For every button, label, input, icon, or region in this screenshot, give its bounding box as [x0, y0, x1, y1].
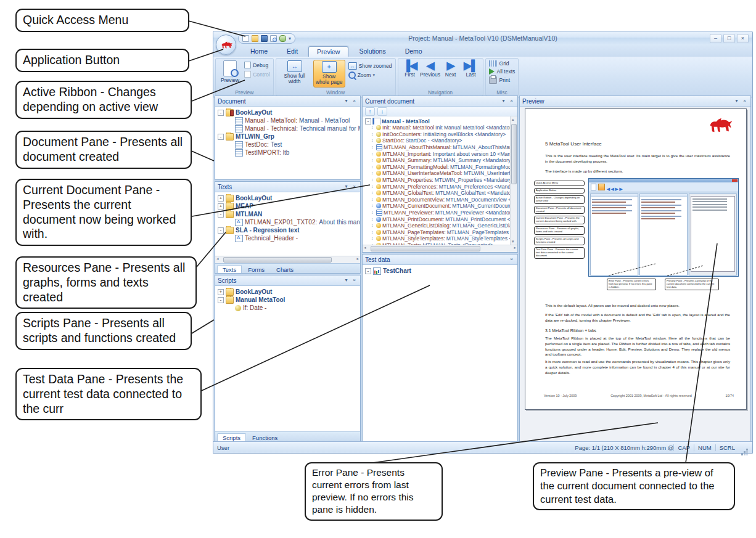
- ribbon-tab[interactable]: Home: [242, 46, 276, 57]
- zoom-button[interactable]: Zoom ▾: [348, 71, 392, 79]
- current-document-pane-header[interactable]: Current document ▾ ×: [363, 96, 517, 107]
- navigation-button[interactable]: ▶▌ Last: [462, 60, 480, 88]
- window-control-button[interactable]: □: [723, 34, 735, 43]
- tree-item[interactable]: Manual - MetaTool: Manual - MetaTool: [215, 116, 360, 124]
- current-document-item[interactable]: MTLMAN_PageTemplates: MTLMAN_PageTemplat…: [363, 229, 511, 236]
- tree-item[interactable]: TestDoc: Test: [215, 141, 360, 149]
- tree-root-item[interactable]: - Manual - MetaTool: [363, 118, 511, 124]
- pane-close-icon[interactable]: ×: [351, 184, 358, 190]
- tree-item[interactable]: - Manual MetaTool: [215, 296, 360, 304]
- navigation-button[interactable]: ▶ Next: [442, 60, 459, 88]
- tree-item[interactable]: - MTLMAN: [215, 210, 360, 218]
- document-pane-header[interactable]: Document ▾ ×: [215, 96, 360, 107]
- show-whole-page-button[interactable]: + Show whole page: [313, 60, 345, 88]
- test-data-pane-header[interactable]: Test data ×: [363, 255, 517, 265]
- current-document-item[interactable]: MTLMAN_Summary: MTLMAN_Summary <Mandator…: [363, 157, 511, 164]
- scrollbar-thumb[interactable]: [371, 246, 480, 251]
- pane-close-icon[interactable]: ×: [351, 277, 358, 283]
- navigation-button[interactable]: ◀ Previous: [422, 60, 439, 88]
- tree-item[interactable]: - MTLWIN_Grp: [215, 132, 360, 141]
- tree-item[interactable]: + BookLayOut: [215, 288, 360, 296]
- ribbon-tab[interactable]: Solutions: [350, 46, 394, 57]
- window-control-button[interactable]: –: [710, 34, 721, 43]
- debug-checkbox[interactable]: [244, 62, 251, 68]
- tree-item[interactable]: Manual - Technical: Technical manual for…: [215, 124, 360, 132]
- expander-icon[interactable]: +: [218, 289, 224, 295]
- resources-tab[interactable]: Texts: [217, 265, 242, 273]
- print-preview-icon[interactable]: [270, 35, 277, 42]
- navigation-button[interactable]: ▐◀ First: [401, 60, 419, 88]
- pane-close-icon[interactable]: ×: [508, 98, 515, 104]
- vertical-scrollbar[interactable]: [510, 116, 517, 245]
- expander-icon[interactable]: -: [218, 227, 224, 234]
- current-document-item[interactable]: MTLMAN_Properties: MTLWIN_Properties <Ma…: [363, 177, 511, 184]
- title-bar[interactable]: ▾ Project: Manual - MetaTool V10 (DSMetM…: [213, 31, 752, 45]
- quick-access-more-icon[interactable]: ▾: [289, 36, 291, 41]
- expander-icon[interactable]: -: [218, 211, 224, 218]
- current-document-item[interactable]: StartDoc: StartDoc - <Mandatory>: [363, 137, 511, 144]
- current-document-item[interactable]: Init: Manual: MetaTool Init Manual MetaT…: [363, 124, 511, 131]
- current-document-item[interactable]: MTLMAN_Important: Important about versio…: [363, 150, 511, 157]
- pane-menu-icon[interactable]: ▾: [733, 98, 740, 104]
- preview-pane-header[interactable]: Preview ▾ ×: [520, 96, 750, 107]
- resources-tab[interactable]: Forms: [242, 265, 270, 273]
- scrollbar-thumb[interactable]: [223, 257, 332, 263]
- scripts-pane-header[interactable]: Scripts ▾ ×: [215, 275, 360, 286]
- tree-item[interactable]: MTLMAN_EXP01_TXT02: About this manual - …: [215, 218, 360, 226]
- expander-icon[interactable]: -: [218, 134, 224, 140]
- current-document-item[interactable]: MTLMAN_Preferences: MTLMAN_Preferences <…: [363, 183, 511, 190]
- scripts-tab[interactable]: Scripts: [217, 433, 246, 441]
- scripts-tab[interactable]: Functions: [247, 433, 283, 441]
- open-icon[interactable]: [252, 35, 258, 42]
- application-button[interactable]: [216, 35, 236, 55]
- resources-tab[interactable]: Charts: [271, 265, 299, 273]
- ribbon-tab[interactable]: Edit: [278, 46, 306, 57]
- pane-close-icon[interactable]: ×: [351, 98, 358, 104]
- move-up-button[interactable]: ↑: [365, 107, 375, 116]
- current-document-item[interactable]: MTLMAN_CurrentDocument: MTLMAN_CurrentDo…: [363, 203, 511, 210]
- show-zoomed-button[interactable]: ↔ Show zoomed: [348, 62, 392, 70]
- preview-button[interactable]: Preview: [219, 60, 241, 88]
- tree-item[interactable]: TestIMPORT: ltb: [215, 149, 360, 157]
- texts-pane-header[interactable]: Texts ▾ ×: [215, 182, 360, 192]
- expander-icon[interactable]: -: [218, 110, 224, 116]
- expander-icon[interactable]: -: [365, 118, 371, 124]
- current-document-item[interactable]: MTLMAN_GlobalText: MTLMAN_GlobalText <Ma…: [363, 190, 511, 197]
- current-document-item[interactable]: MTLMAN_DocumentView: MTLMAN_DocumentView…: [363, 197, 511, 203]
- scrollbar-thumb[interactable]: [511, 124, 517, 184]
- tree-item[interactable]: - SLA - Regression text: [215, 226, 360, 234]
- pane-menu-icon[interactable]: ▾: [500, 98, 507, 104]
- tree-item[interactable]: - BookLayOut: [215, 108, 360, 116]
- horizontal-scrollbar[interactable]: [215, 256, 360, 263]
- misc-button[interactable]: All texts: [489, 68, 516, 75]
- preview-surface[interactable]: 5 MetaTool User Interface This is the us…: [520, 107, 750, 441]
- resize-grip[interactable]: [741, 444, 749, 451]
- pane-close-icon[interactable]: ×: [741, 98, 748, 104]
- tree-item[interactable]: + BookLayOut: [215, 194, 360, 202]
- misc-button[interactable]: Print: [489, 76, 516, 84]
- save-icon[interactable]: [261, 35, 268, 42]
- pane-menu-icon[interactable]: ▾: [343, 184, 350, 190]
- tree-item[interactable]: Technical_Header -: [215, 234, 360, 242]
- pane-menu-icon[interactable]: ▾: [343, 98, 350, 104]
- tree-item[interactable]: If: Date -: [215, 304, 360, 312]
- current-document-item[interactable]: MTLMAN_PrintDocument: MTLMAN_PrintDocume…: [363, 216, 511, 222]
- show-full-width-button[interactable]: ↔ Show full width: [279, 60, 310, 88]
- new-document-icon[interactable]: [242, 35, 249, 42]
- move-down-button[interactable]: ↓: [377, 107, 387, 116]
- current-document-item[interactable]: MTLMAN_UserInterfaceMetaTool: MTLWIN_Use…: [363, 170, 511, 177]
- expander-icon[interactable]: -: [365, 268, 371, 274]
- current-document-item[interactable]: InitDocCounters: Initializing ovelBlocks…: [363, 131, 511, 138]
- pane-close-icon[interactable]: ×: [508, 256, 515, 263]
- quick-access-toolbar[interactable]: ▾: [238, 33, 295, 44]
- current-document-item[interactable]: MTLMAN_Previewer: MTLMAN_Previewer <Mand…: [363, 210, 511, 216]
- window-control-button[interactable]: ×: [737, 34, 749, 43]
- misc-button[interactable]: Grid: [489, 60, 516, 67]
- current-document-item[interactable]: MTLMAN_StyleTemplates: MTLMAN_StyleTempl…: [363, 235, 511, 242]
- zoom-dropdown-icon[interactable]: ▾: [372, 73, 375, 78]
- undo-icon[interactable]: [279, 35, 286, 42]
- expander-icon[interactable]: +: [218, 203, 224, 210]
- ribbon-tab[interactable]: Demo: [396, 46, 431, 57]
- current-document-item[interactable]: MTLMAN_GenericListDialog: MTLMAN_Generic…: [363, 222, 511, 229]
- current-document-item[interactable]: MTLMAN_AboutThisManual: MTLMAN_AboutThis…: [363, 144, 511, 151]
